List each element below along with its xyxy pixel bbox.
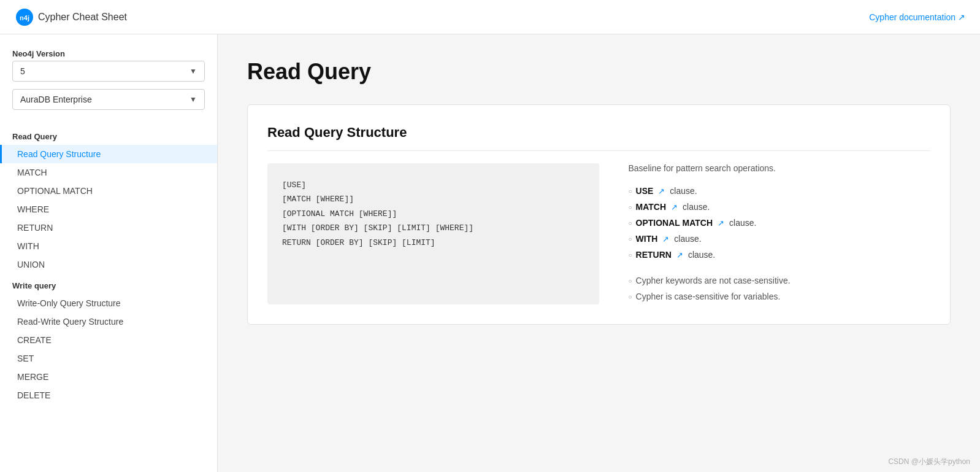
clause-keyword: USE <box>636 186 654 196</box>
page-title: Read Query <box>247 59 951 85</box>
neo4j-logo-icon: n4j <box>15 7 34 27</box>
sidebar-controls: Neo4j Version 5 ▼ AuraDB Enterprise ▼ <box>0 49 217 125</box>
nav-item[interactable]: DELETE <box>0 386 217 404</box>
clause-keyword: OPTIONAL MATCH <box>636 218 713 228</box>
clause-list: USE ↗ clause.MATCH ↗ clause.OPTIONAL MAT… <box>629 183 931 263</box>
note-item: Cypher is case-sensitive for variables. <box>629 288 931 304</box>
app-title: Cypher Cheat Sheet <box>38 12 127 23</box>
clause-link[interactable]: ↗ <box>676 250 683 260</box>
nav-item[interactable]: WITH <box>0 237 217 255</box>
code-pre: [USE] [MATCH [WHERE]] [OPTIONAL MATCH [W… <box>282 178 584 250</box>
section-card: Read Query Structure [USE] [MATCH [WHERE… <box>247 104 951 325</box>
nav-container: Read QueryRead Query StructureMATCHOPTIO… <box>0 125 217 404</box>
nav-item[interactable]: Read Query Structure <box>0 145 217 163</box>
chevron-down-icon: ▼ <box>189 67 197 75</box>
nav-section-title: Read Query <box>0 125 217 145</box>
clause-keyword: RETURN <box>636 250 672 260</box>
nav-section-title: Write query <box>0 274 217 294</box>
nav-item[interactable]: Write-Only Query Structure <box>0 294 217 312</box>
baseline-text: Baseline for pattern search operations. <box>629 163 931 173</box>
clause-link[interactable]: ↗ <box>658 187 665 196</box>
version-dropdown-wrap: Neo4j Version 5 ▼ <box>12 49 205 82</box>
main-content: Read Query Read Query Structure [USE] [M… <box>218 34 980 472</box>
note-item: Cypher keywords are not case-sensitive. <box>629 273 931 288</box>
clause-keyword: WITH <box>636 234 658 244</box>
version-dropdown[interactable]: 5 ▼ <box>12 61 205 82</box>
layout: Neo4j Version 5 ▼ AuraDB Enterprise ▼ Re… <box>0 34 980 472</box>
clause-keyword: MATCH <box>636 202 667 212</box>
clause-link[interactable]: ↗ <box>671 203 678 212</box>
note-list: Cypher keywords are not case-sensitive.C… <box>629 273 931 304</box>
header: n4j Cypher Cheat Sheet Cypher documentat… <box>0 0 980 34</box>
edition-dropdown-wrap: AuraDB Enterprise ▼ <box>12 89 205 110</box>
version-value: 5 <box>20 66 25 76</box>
chevron-down-icon-2: ▼ <box>189 95 197 104</box>
section-title: Read Query Structure <box>267 125 930 151</box>
clause-item: MATCH ↗ clause. <box>629 199 931 215</box>
edition-value: AuraDB Enterprise <box>20 95 92 104</box>
nav-item[interactable]: Read-Write Query Structure <box>0 312 217 331</box>
nav-item[interactable]: SET <box>0 349 217 368</box>
info-panel: Baseline for pattern search operations. … <box>629 163 931 304</box>
clause-item: USE ↗ clause. <box>629 183 931 199</box>
version-label: Neo4j Version <box>12 49 205 58</box>
footer-watermark: CSDN @小媛头学python <box>888 457 970 467</box>
nav-item[interactable]: WHERE <box>0 200 217 219</box>
clause-link[interactable]: ↗ <box>718 219 724 228</box>
sidebar: Neo4j Version 5 ▼ AuraDB Enterprise ▼ Re… <box>0 34 218 472</box>
code-block: [USE] [MATCH [WHERE]] [OPTIONAL MATCH [W… <box>267 163 599 304</box>
clause-link[interactable]: ↗ <box>662 234 669 244</box>
clause-item: RETURN ↗ clause. <box>629 247 931 263</box>
clause-item: WITH ↗ clause. <box>629 231 931 247</box>
nav-item[interactable]: MERGE <box>0 368 217 386</box>
nav-item[interactable]: RETURN <box>0 219 217 237</box>
cypher-doc-link[interactable]: Cypher documentation ↗ <box>869 12 965 22</box>
nav-item[interactable]: UNION <box>0 255 217 274</box>
section-content: [USE] [MATCH [WHERE]] [OPTIONAL MATCH [W… <box>267 163 930 304</box>
logo: n4j Cypher Cheat Sheet <box>15 7 127 27</box>
nav-item[interactable]: MATCH <box>0 163 217 182</box>
svg-text:n4j: n4j <box>20 14 29 21</box>
edition-dropdown[interactable]: AuraDB Enterprise ▼ <box>12 89 205 110</box>
nav-item[interactable]: OPTIONAL MATCH <box>0 182 217 200</box>
clause-item: OPTIONAL MATCH ↗ clause. <box>629 215 931 231</box>
nav-item[interactable]: CREATE <box>0 331 217 349</box>
header-left: n4j Cypher Cheat Sheet <box>15 7 127 27</box>
